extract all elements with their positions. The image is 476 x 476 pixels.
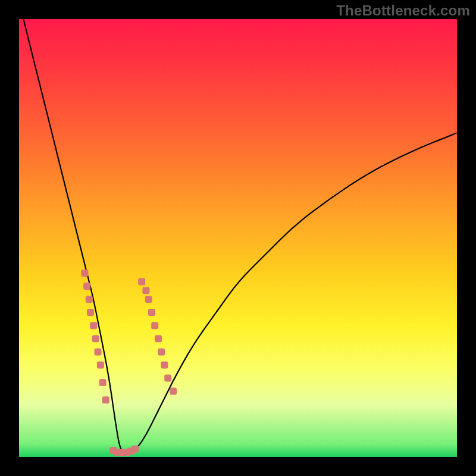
data-marker [102,396,109,403]
plot-area [19,19,457,457]
data-marker [142,287,149,294]
watermark-text: TheBottleneck.com [336,2,470,19]
data-marker [83,283,90,290]
data-marker [148,309,155,316]
data-marker [151,322,158,329]
data-marker [86,296,93,303]
chart-frame: TheBottleneck.com [0,0,476,476]
data-marker [145,296,152,303]
bottleneck-curve [23,19,457,453]
data-marker [95,348,102,355]
data-marker [155,335,162,342]
data-marker [90,322,97,329]
marker-group [81,270,177,456]
curve-svg [19,19,457,457]
data-marker [97,361,104,368]
data-marker [81,270,88,277]
data-marker [92,335,99,342]
data-marker [161,361,168,368]
data-marker [131,446,139,453]
data-marker [99,379,107,386]
data-marker [164,375,171,382]
data-marker [138,278,145,286]
data-marker [170,388,177,395]
data-marker [87,309,94,316]
data-marker [158,348,165,355]
